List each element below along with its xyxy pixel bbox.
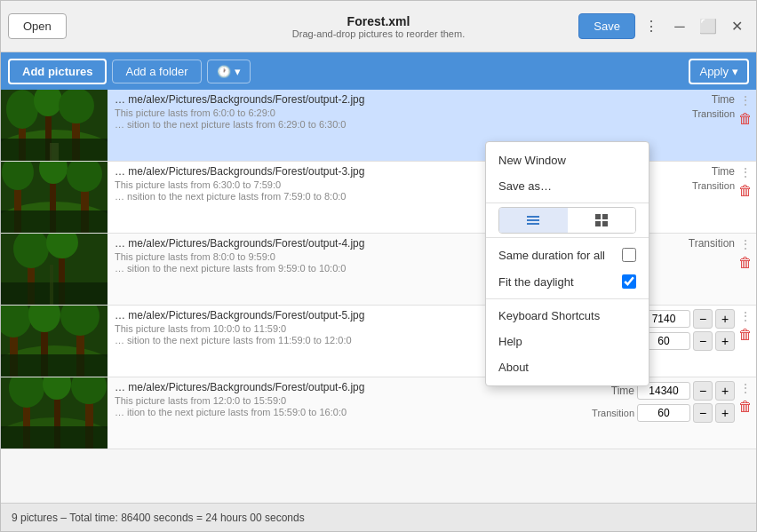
window-title: Forest.xml bbox=[292, 14, 465, 28]
drag-handle[interactable]: ⋮ bbox=[739, 309, 752, 323]
picture-transition-info: … sition to the next picture lasts from … bbox=[115, 119, 670, 130]
transition-decrease-button[interactable]: − bbox=[693, 403, 713, 423]
transition-label: Transition bbox=[577, 408, 634, 418]
drag-handle[interactable]: ⋮ bbox=[739, 165, 752, 179]
time-dropdown-button[interactable]: 🕐 ▾ bbox=[207, 60, 251, 83]
time-increase-button[interactable]: + bbox=[715, 381, 735, 401]
view-toggle bbox=[498, 207, 636, 234]
thumbnail bbox=[1, 306, 108, 377]
svg-rect-46 bbox=[527, 223, 539, 225]
menu-divider-1 bbox=[486, 202, 649, 203]
menu-item-about[interactable]: About bbox=[486, 354, 649, 380]
menu-divider-2 bbox=[486, 237, 649, 238]
delete-button[interactable]: 🗑 bbox=[738, 111, 753, 127]
time-increase-button[interactable]: + bbox=[715, 309, 735, 329]
same-duration-checkbox[interactable] bbox=[622, 248, 636, 262]
transition-label: Transition bbox=[677, 108, 735, 119]
menu-item-keyboard-shortcuts[interactable]: Keyboard Shortcuts bbox=[486, 303, 649, 329]
drag-handle[interactable]: ⋮ bbox=[739, 381, 752, 395]
apply-label: Apply bbox=[699, 65, 729, 78]
row-actions: ⋮ 🗑 bbox=[735, 90, 756, 161]
thumbnail bbox=[1, 90, 108, 161]
delete-button[interactable]: 🗑 bbox=[738, 399, 753, 415]
close-button[interactable]: ✕ bbox=[724, 14, 749, 39]
delete-button[interactable]: 🗑 bbox=[738, 183, 753, 199]
add-folder-button[interactable]: Add a folder bbox=[112, 60, 201, 83]
toolbar-right: Apply ▾ bbox=[689, 59, 749, 84]
svg-rect-50 bbox=[602, 221, 608, 226]
transition-label-only: Transition bbox=[677, 237, 735, 250]
time-decrease-button[interactable]: − bbox=[693, 381, 713, 401]
time-decrease-button[interactable]: − bbox=[693, 309, 713, 329]
picture-time-info: This picture lasts from 6:0:0 to 6:29:0 bbox=[115, 107, 670, 118]
add-pictures-button[interactable]: Add pictures bbox=[8, 59, 107, 84]
minimize-button[interactable]: ─ bbox=[667, 14, 692, 39]
svg-rect-47 bbox=[595, 214, 601, 219]
window-subtitle: Drag-and-drop pictures to reorder them. bbox=[292, 28, 465, 39]
transition-increase-button[interactable]: + bbox=[715, 331, 735, 351]
svg-rect-24 bbox=[1, 282, 108, 305]
svg-rect-48 bbox=[602, 214, 608, 219]
content-area: … me/alex/Pictures/Backgrounds/Forest/ou… bbox=[1, 90, 756, 503]
picture-controls: Time Transition bbox=[677, 162, 735, 233]
list-icon bbox=[525, 212, 541, 228]
apply-button[interactable]: Apply ▾ bbox=[689, 59, 749, 84]
svg-rect-44 bbox=[527, 216, 539, 218]
menu-item-save-as[interactable]: Save as… bbox=[486, 173, 649, 199]
svg-rect-49 bbox=[595, 221, 601, 226]
svg-rect-18 bbox=[1, 210, 108, 233]
title-bar-actions: Save ⋮ ─ ⬜ ✕ bbox=[578, 13, 749, 39]
open-button[interactable]: Open bbox=[8, 13, 67, 39]
svg-rect-25 bbox=[50, 265, 53, 305]
drag-handle[interactable]: ⋮ bbox=[739, 93, 752, 107]
fit-daylight-checkbox[interactable] bbox=[622, 274, 636, 289]
menu-item-fit-daylight[interactable]: Fit the daylight bbox=[486, 268, 649, 295]
time-dropdown-arrow: ▾ bbox=[235, 65, 241, 78]
transition-decrease-button[interactable]: − bbox=[693, 331, 713, 351]
grid-icon bbox=[594, 212, 610, 228]
title-bar-center: Forest.xml Drag-and-drop pictures to reo… bbox=[292, 14, 465, 39]
transition-increase-button[interactable]: + bbox=[715, 403, 735, 423]
list-view-button[interactable] bbox=[499, 208, 568, 233]
fit-daylight-label: Fit the daylight bbox=[498, 275, 574, 289]
svg-rect-45 bbox=[527, 219, 539, 221]
table-row: … me/alex/Pictures/Backgrounds/Forest/ou… bbox=[1, 377, 756, 449]
title-bar: Open Forest.xml Drag-and-drop pictures t… bbox=[1, 1, 756, 52]
row-actions: ⋮ 🗑 bbox=[735, 306, 756, 377]
menu-item-same-duration[interactable]: Same duration for all bbox=[486, 242, 649, 268]
row-actions: ⋮ 🗑 bbox=[735, 162, 756, 233]
picture-controls: Transition bbox=[677, 234, 735, 305]
transition-label: Transition bbox=[677, 180, 735, 191]
delete-button[interactable]: 🗑 bbox=[738, 255, 753, 271]
delete-button[interactable]: 🗑 bbox=[738, 327, 753, 343]
picture-controls: Time Transition bbox=[677, 90, 735, 161]
picture-info: … me/alex/Pictures/Backgrounds/Forest/ou… bbox=[108, 377, 577, 449]
time-label: Time bbox=[677, 93, 735, 106]
save-button[interactable]: Save bbox=[578, 13, 635, 39]
toolbar: Add pictures Add a folder 🕐 ▾ Apply ▾ bbox=[1, 52, 756, 90]
status-text: 9 pictures – Total time: 86400 seconds =… bbox=[12, 512, 305, 524]
svg-rect-34 bbox=[1, 354, 108, 377]
thumbnail bbox=[1, 234, 108, 305]
apply-dropdown-arrow: ▾ bbox=[732, 65, 738, 78]
menu-item-help[interactable]: Help bbox=[486, 329, 649, 354]
maximize-button[interactable]: ⬜ bbox=[696, 14, 721, 39]
thumbnail bbox=[1, 162, 108, 233]
svg-rect-9 bbox=[50, 143, 59, 161]
svg-point-5 bbox=[6, 90, 38, 129]
menu-button[interactable]: ⋮ bbox=[639, 14, 664, 39]
menu-divider-3 bbox=[486, 298, 649, 299]
picture-controls: Time 14340 − + Transition 60 − + bbox=[577, 377, 735, 449]
status-bar: 9 pictures – Total time: 86400 seconds =… bbox=[1, 503, 756, 531]
row-actions: ⋮ 🗑 bbox=[735, 377, 756, 449]
thumbnail bbox=[1, 377, 108, 449]
picture-time-info: This picture lasts from 12:0:0 to 15:59:… bbox=[115, 395, 570, 406]
menu-item-new-window[interactable]: New Window bbox=[486, 147, 649, 173]
grid-view-button[interactable] bbox=[568, 208, 636, 233]
transition-input[interactable]: 60 bbox=[637, 404, 690, 422]
drag-handle[interactable]: ⋮ bbox=[739, 237, 752, 251]
time-label: Time bbox=[577, 385, 634, 397]
same-duration-label: Same duration for all bbox=[498, 249, 605, 262]
clock-icon: 🕐 bbox=[217, 65, 231, 78]
row-actions: ⋮ 🗑 bbox=[735, 234, 756, 305]
